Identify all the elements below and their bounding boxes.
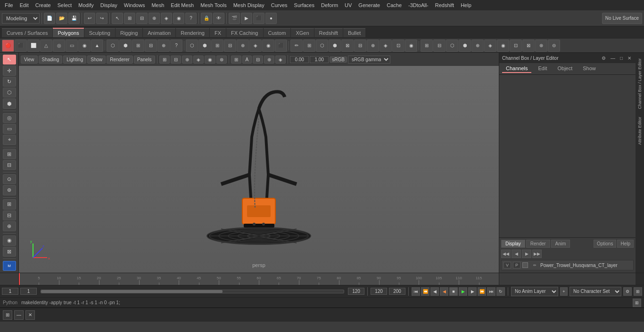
uv6-btn[interactable]: ◈ [484,40,496,52]
cube-btn[interactable]: ⬛ [15,40,27,52]
tab-channels[interactable]: Channels [502,65,531,73]
menu-cache[interactable]: Cache [384,1,405,9]
vp-lighting-menu[interactable]: Lighting [63,56,86,64]
channel-box-minimize-btn[interactable]: — [609,55,617,61]
snap1-left-btn[interactable]: ⊞ [3,149,16,159]
snap2-btn[interactable]: ⊟ [136,13,148,24]
mesh4-btn[interactable]: ⬢ [329,40,341,52]
char-set-extra-btn[interactable]: ⊞ [634,287,642,296]
uv4-btn[interactable]: ⬢ [459,40,471,52]
menu-help[interactable]: Help [458,1,474,9]
cylinder-btn[interactable]: ⬜ [27,40,40,52]
menu-mesh-display[interactable]: Mesh Display [231,1,267,9]
scale-tool-btn[interactable]: ⬡ [3,88,16,97]
viewport[interactable]: View Shading Lighting Show Renderer Pane… [19,53,499,273]
move-tool-btn[interactable]: ✛ [3,65,16,75]
current-frame-input[interactable] [2,288,18,295]
layer-add-btn[interactable]: ◀◀ [501,250,511,258]
frame-end-input[interactable] [348,288,364,295]
vp-panels-menu[interactable]: Panels [134,56,155,64]
menu-windows[interactable]: Windows [121,1,148,9]
menu-mesh-tools[interactable]: Mesh Tools [198,1,229,9]
vp-grid-btn[interactable]: ⊞ [159,56,170,64]
mesh1-btn[interactable]: ✏ [290,40,303,52]
render4-btn[interactable]: ● [265,13,277,24]
menu-select[interactable]: Select [55,1,75,9]
prim3-btn[interactable]: ⊞ [132,40,144,52]
extra5-btn[interactable]: ⊠ [3,247,16,257]
vp-wire-btn[interactable]: ⊟ [171,56,181,64]
uv1-btn[interactable]: ⊞ [421,40,433,52]
vp-exposure-input[interactable] [310,56,329,63]
prim5-btn[interactable]: ⊕ [157,40,170,52]
mesh6-btn[interactable]: ⊟ [354,40,366,52]
tab-polygons[interactable]: Polygons [53,28,83,37]
tab-redshift[interactable]: Redshift [314,28,343,37]
mesh10-btn[interactable]: ◉ [405,40,417,52]
show-left-btn[interactable]: ⊛ [3,185,16,195]
play-back-btn[interactable]: ◀ [440,287,448,296]
vp-view-menu[interactable]: View [21,56,38,64]
frame-start-input[interactable] [20,288,37,295]
lock-btn[interactable]: 🔒 [201,13,212,24]
extra4-btn[interactable]: ◉ [3,235,16,245]
redo-btn[interactable]: ↪ [96,13,107,24]
menu-redshift[interactable]: Redshift [432,1,457,9]
select-btn[interactable]: ↖ [112,13,123,24]
soft-select-btn[interactable]: ◎ [3,113,16,123]
window-close-btn[interactable]: ✕ [25,310,35,320]
menu-file[interactable]: File [2,1,16,9]
vp-renderer-menu[interactable]: Renderer [107,56,133,64]
snap6-btn[interactable]: ? [185,13,197,24]
undo-btn[interactable]: ↩ [84,13,95,24]
menu-create[interactable]: Create [33,1,54,9]
vp-show-menu[interactable]: Show [87,56,106,64]
anim-layer-dropdown[interactable]: No Anim Layer [511,287,558,296]
tab-fx[interactable]: FX [210,28,226,37]
vp-ao-btn[interactable]: ⊟ [253,56,263,64]
char-set-settings-btn[interactable]: ⚙ [623,287,632,296]
menu-display[interactable]: Display [98,1,120,9]
hide-btn[interactable]: 👁 [213,13,224,24]
skip-end-btn[interactable]: ⏭ [487,287,495,296]
extra1-btn[interactable]: ⊞ [3,199,16,209]
menu-edit[interactable]: Edit [17,1,32,9]
sphere-btn[interactable]: 🔴 [2,40,14,52]
layer-help-btn[interactable]: Help [617,240,634,248]
uv9-btn[interactable]: ⊠ [522,40,535,52]
vp-aa-btn[interactable]: A [242,56,252,64]
uv2-btn[interactable]: ⊟ [433,40,446,52]
snap2-left-btn[interactable]: ⊟ [3,160,16,170]
mesh2-btn[interactable]: ⊞ [303,40,315,52]
tab-show-channels[interactable]: Show [579,65,600,73]
transform-tool-btn[interactable]: ⬢ [3,98,16,108]
tab-rigging[interactable]: Rigging [116,28,142,37]
poly7-btn[interactable]: ◉ [262,40,274,52]
select-tool-btn[interactable]: ↖ [3,55,16,65]
prim2-btn[interactable]: ⬢ [119,40,132,52]
skip-start-btn[interactable]: ⏮ [412,287,420,296]
python-label[interactable]: Python [3,300,17,305]
attribute-editor-edge-tab[interactable]: Attribute Editor [636,113,643,149]
tab-rendering[interactable]: Rendering [176,28,209,37]
poly5-btn[interactable]: ⊕ [237,40,249,52]
range-slider[interactable] [41,290,344,293]
rotate-tool-btn[interactable]: ↻ [3,77,16,87]
new-file-btn[interactable]: 📄 [44,13,55,24]
layer-anim-tab[interactable]: Anim [551,240,570,248]
snap1-btn[interactable]: ⊞ [124,13,135,24]
menu-mesh[interactable]: Mesh [149,1,167,9]
mode-dropdown[interactable]: Modeling [2,13,40,24]
tab-xgen[interactable]: XGen [291,28,314,37]
range-start-input[interactable] [371,288,387,295]
uv5-btn[interactable]: ⊕ [471,40,484,52]
script-editor-btn[interactable]: ⊞ [633,299,641,307]
range-end-input[interactable] [389,288,405,295]
vp-smooth-btn[interactable]: ⊕ [182,56,192,64]
snap4-btn[interactable]: ◈ [161,13,172,24]
tab-bullet[interactable]: Bullet [343,28,366,37]
layer-display-tab[interactable]: Display [501,240,525,248]
vp-colorspace-btn[interactable]: sRGB [330,57,347,63]
step-back-btn[interactable]: ⏪ [421,287,429,296]
vp-shaded-btn[interactable]: ◈ [193,56,204,64]
